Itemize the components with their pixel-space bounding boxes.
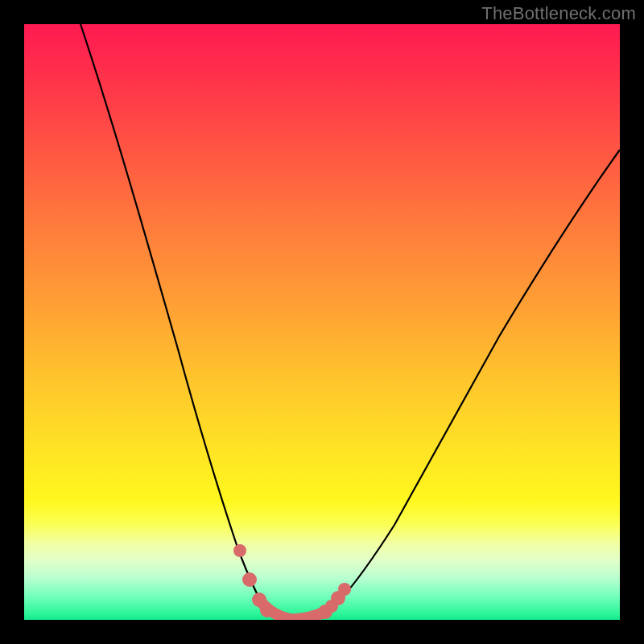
- chart-frame: TheBottleneck.com: [0, 0, 644, 644]
- plot-area: [24, 24, 620, 620]
- marker-dot: [260, 603, 275, 617]
- marker-dot: [233, 544, 246, 557]
- bottleneck-curve: [80, 24, 620, 620]
- watermark-text: TheBottleneck.com: [481, 3, 636, 24]
- curve-layer: [24, 24, 620, 620]
- marker-dot: [242, 572, 257, 587]
- marker-dot: [338, 583, 351, 596]
